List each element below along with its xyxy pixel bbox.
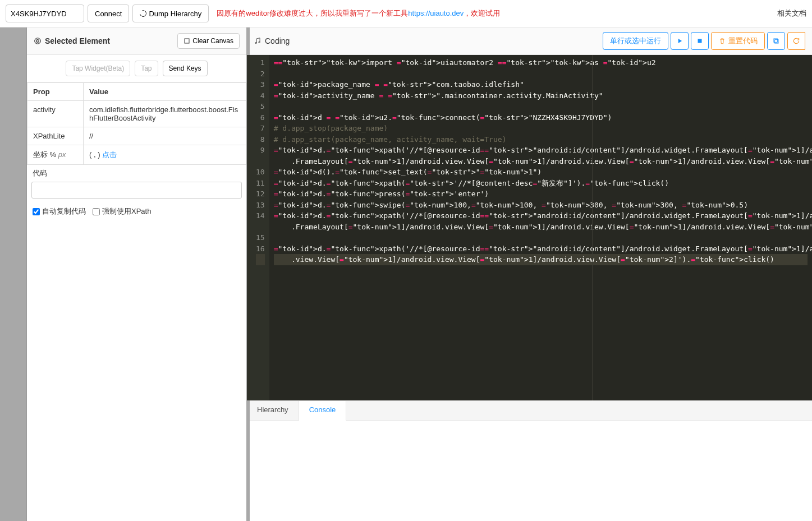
target-icon [34,37,42,45]
copy-icon [772,37,780,45]
device-serial-input[interactable] [6,4,84,22]
action-row: Tap Widget(Beta) Tap Send Keys [27,55,246,82]
options-row: 自动复制代码 强制使用XPath [27,203,246,220]
console-output [247,421,812,521]
code-area[interactable]: =="tok-str">"tok-kw">import ="tok-id">ui… [269,55,812,400]
tap-widget-button[interactable]: Tap Widget(Beta) [66,61,130,76]
notice-post: ，欢迎试用 [464,9,500,17]
bottom-tabs: Hierarchy Console [247,400,812,421]
table-row: XPathLite // [27,127,246,145]
device-preview-gutter [0,27,27,521]
square-icon [183,38,190,44]
forcexpath-checkbox[interactable] [93,208,100,215]
selected-element-title: Selected Element [45,36,110,45]
dump-hierarchy-button[interactable]: Dump Hierarchy [132,4,209,22]
stop-button[interactable] [691,32,709,50]
print-margin [592,55,593,400]
code-input[interactable] [31,182,242,199]
tab-hierarchy[interactable]: Hierarchy [247,401,299,420]
svg-rect-8 [774,39,777,42]
coding-header: Coding 单行或选中运行 重置代码 [247,27,812,55]
run-button[interactable]: 单行或选中运行 [603,32,668,50]
reset-code-label: 重置代码 [728,36,758,46]
forcexpath-text: 强制使用XPath [102,206,151,216]
reset-code-button[interactable]: 重置代码 [711,32,765,50]
reload-icon [792,37,800,45]
connect-button[interactable]: Connect [88,4,129,22]
autocopy-text: 自动复制代码 [42,206,86,216]
prop-xpathlite-key: XPathLite [27,127,84,145]
tab-console[interactable]: Console [299,401,347,421]
code-label: 代码 [27,165,246,179]
notice-text: 因原有的weditor修改难度过大，所以我重新写了一个新工具https://ui… [217,8,500,19]
code-editor[interactable]: 12345678910111213141516 =="tok-str">"tok… [247,55,812,400]
coding-title: Coding [265,36,290,45]
svg-point-4 [255,42,256,43]
reload-button[interactable] [787,32,805,50]
tap-button[interactable]: Tap [135,61,158,76]
prop-coord-key: 坐标 % px [27,145,84,165]
clear-canvas-label: Clear Canvas [192,37,233,45]
table-header-row: Prop Value [27,83,246,101]
th-value: Value [84,83,246,101]
play-icon [676,37,683,45]
prop-coord-value: ( , ) 点击 [84,145,246,165]
copy-button[interactable] [767,32,785,50]
svg-point-2 [37,40,38,41]
prop-activity-value: com.idlefish.flutterbridge.flutterboost.… [84,101,246,127]
prop-xpathlite-value: // [84,127,246,145]
right-panel: Coding 单行或选中运行 重置代码 [247,27,812,521]
table-row: 坐标 % px ( , ) 点击 [27,145,246,165]
clear-canvas-button[interactable]: Clear Canvas [177,33,240,49]
svg-rect-7 [775,40,778,43]
autocopy-checkbox[interactable] [33,208,40,215]
trash-icon [718,37,726,45]
notice-pre: 因原有的weditor修改难度过大，所以我重新写了一个新工具 [217,9,408,17]
forcexpath-checkbox-label[interactable]: 强制使用XPath [93,206,151,216]
music-icon [254,37,262,45]
prop-activity-key: activity [27,101,84,127]
svg-rect-3 [185,39,189,43]
table-row: activity com.idlefish.flutterbridge.flut… [27,101,246,127]
selected-element-header: Selected Element Clear Canvas [27,27,246,55]
svg-rect-6 [698,39,702,43]
svg-point-5 [259,42,260,43]
autocopy-checkbox-label[interactable]: 自动复制代码 [33,206,86,216]
line-gutter: 12345678910111213141516 [247,55,269,400]
stop-icon [696,37,704,45]
refresh-icon [139,9,148,18]
notice-link[interactable]: https://uiauto.dev [408,9,464,17]
topbar: Connect Dump Hierarchy 因原有的weditor修改难度过大… [0,0,812,27]
send-keys-button[interactable]: Send Keys [163,61,208,76]
properties-table: Prop Value activity com.idlefish.flutter… [27,82,246,165]
left-panel: Selected Element Clear Canvas Tap Widget… [27,27,247,521]
play-button[interactable] [671,32,689,50]
coord-click-link[interactable]: 点击 [102,150,117,159]
th-prop: Prop [27,83,84,101]
docs-link[interactable]: 相关文档 [777,8,806,19]
dump-hierarchy-label: Dump Hierarchy [149,10,201,18]
